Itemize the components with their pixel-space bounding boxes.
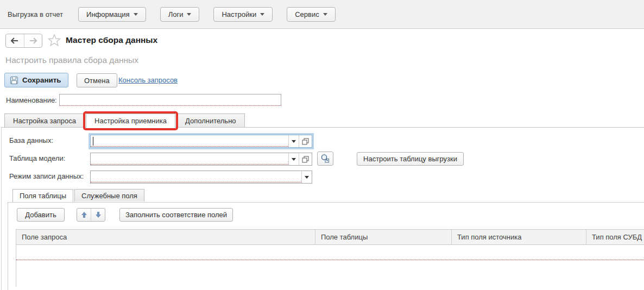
write-mode-label: Режим записи данных: (9, 172, 84, 180)
save-button[interactable]: Сохранить (4, 73, 68, 87)
text-cursor (93, 137, 93, 146)
model-table-combo (90, 153, 312, 166)
write-mode-input[interactable] (91, 171, 301, 182)
top-toolbar: Выгрузка в отчет Информация Логи Настрой… (0, 0, 644, 29)
favorite-star-icon[interactable] (47, 33, 62, 48)
page-subtitle: Настроить правила сбора данных (5, 55, 138, 65)
database-open-button[interactable] (299, 135, 312, 147)
tab-query-settings[interactable]: Настройка запроса (4, 114, 85, 127)
chevron-down-icon (292, 140, 296, 143)
column-header-source-field-type[interactable]: Тип поля источника (452, 230, 586, 244)
back-button[interactable] (6, 34, 24, 47)
write-mode-combo (90, 171, 312, 184)
chevron-down-icon (260, 13, 264, 16)
menu-service[interactable]: Сервис (287, 7, 336, 22)
app-title: Выгрузка в отчет (8, 10, 63, 18)
main-tabstrip: Настройка запроса Настройка приемника До… (4, 114, 245, 128)
floppy-disk-icon (10, 76, 18, 85)
receiver-settings-panel: База данных: Таблица модели: (1, 127, 644, 290)
tab-service-fields[interactable]: Служебные поля (74, 189, 144, 201)
tab-additional[interactable]: Дополнительно (176, 114, 245, 127)
chevron-down-icon (323, 13, 327, 16)
page-title: Мастер сбора данных (66, 35, 157, 45)
name-input[interactable] (59, 94, 281, 106)
chevron-down-icon (134, 13, 138, 16)
query-console-link[interactable]: Консоль запросов (118, 76, 178, 84)
app-window: Выгрузка в отчет Информация Логи Настрой… (0, 0, 644, 290)
database-combo (90, 135, 312, 148)
move-down-button[interactable] (91, 209, 105, 221)
open-form-icon (302, 156, 309, 163)
fields-tabstrip: Поля таблицы Служебные поля (12, 189, 144, 202)
magnifier-icon (320, 154, 330, 163)
column-header-query-field[interactable]: Поле запроса (16, 230, 315, 244)
configure-upload-table-button[interactable]: Настроить таблицу выгрузки (357, 152, 464, 166)
required-row-underline (16, 260, 644, 260)
menu-logs[interactable]: Логи (160, 7, 200, 22)
fill-field-mapping-button[interactable]: Заполнить соответствие полей (119, 208, 233, 222)
arrow-right-icon (29, 37, 37, 44)
chevron-down-icon (305, 176, 309, 179)
search-table-button[interactable] (317, 152, 333, 166)
menu-information[interactable]: Информация (78, 7, 146, 22)
table-header-row: Поле запроса Поле таблицы Тип поля источ… (16, 230, 644, 245)
open-form-icon (302, 138, 309, 145)
model-table-open-button[interactable] (299, 153, 312, 165)
cancel-button[interactable]: Отмена (77, 73, 117, 87)
write-mode-dropdown-button[interactable] (301, 171, 312, 183)
tab-table-fields[interactable]: Поля таблицы (12, 189, 73, 202)
column-header-dbms-field-type[interactable]: Тип поля СУБД (586, 230, 644, 244)
chevron-down-icon (187, 13, 191, 16)
add-button[interactable]: Добавить (17, 208, 65, 222)
menu-settings[interactable]: Настройки (213, 7, 273, 22)
table-fields-panel: Добавить Заполнить соответствие полей По… (8, 202, 644, 290)
move-row-buttons (77, 208, 105, 222)
history-nav (5, 34, 42, 48)
database-input[interactable] (91, 135, 288, 146)
database-label: База данных: (9, 136, 53, 144)
tab-receiver-settings[interactable]: Настройка приемника (86, 114, 175, 128)
arrow-left-icon (10, 37, 19, 44)
arrow-up-icon (81, 211, 87, 218)
forward-button[interactable] (24, 34, 42, 47)
chevron-down-icon (292, 158, 296, 161)
model-table-label: Таблица модели: (9, 154, 65, 162)
fields-mapping-table: Поле запроса Поле таблицы Тип поля источ… (16, 229, 644, 287)
move-up-button[interactable] (77, 209, 91, 221)
name-field-label: Наименование: (6, 96, 57, 104)
model-table-input[interactable] (91, 153, 288, 164)
database-dropdown-button[interactable] (288, 135, 299, 147)
column-header-table-field[interactable]: Поле таблицы (315, 230, 452, 244)
arrow-down-icon (95, 211, 102, 218)
model-table-dropdown-button[interactable] (288, 153, 299, 165)
table-body[interactable] (16, 245, 644, 287)
